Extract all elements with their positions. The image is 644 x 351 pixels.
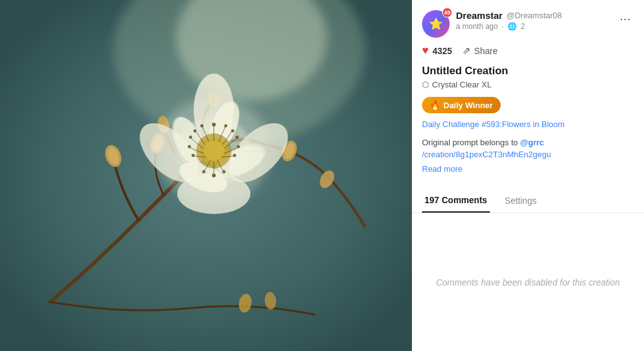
svg-point-54	[225, 125, 228, 128]
svg-point-60	[194, 130, 197, 133]
svg-point-56	[236, 136, 239, 139]
more-options-button[interactable]: ⋯	[616, 10, 634, 28]
action-bar: ♥ 4325 ⇗ Share	[412, 44, 644, 65]
meta-row: a month ago · 🌐 2	[456, 22, 610, 31]
tab-settings[interactable]: Settings	[502, 189, 540, 213]
like-count: 4325	[433, 46, 452, 56]
challenge-link[interactable]: Daily Challenge #593:Flowers in Bloom	[422, 120, 565, 129]
display-name: Dreamstar	[456, 10, 502, 21]
daily-winner-badge: 🔥 Daily Winner	[422, 97, 501, 113]
daily-winner-label: Daily Winner	[443, 101, 493, 110]
fire-icon: 🔥	[430, 100, 440, 110]
post-header: ⭐ 49 Dreamstar @Dreamstar08 a month ago …	[412, 0, 644, 44]
comments-disabled-message: Comments have been disabled for this cre…	[436, 277, 620, 287]
creation-title: Untitled Creation	[422, 65, 634, 77]
globe-icon: ·	[502, 22, 504, 31]
svg-point-66	[203, 170, 206, 174]
creation-path-link[interactable]: /creation/8g1pexC2T3nMhEn2gegu	[422, 150, 634, 159]
share-icon: ⇗	[462, 45, 470, 57]
heart-icon: ♥	[422, 44, 429, 57]
creation-info: Untitled Creation ⬡ Crystal Clear XL 🔥 D…	[412, 65, 644, 138]
svg-point-38	[204, 141, 224, 161]
svg-point-63	[192, 154, 195, 157]
world-icon: 🌐	[508, 22, 517, 31]
prompt-user-link[interactable]: @grrc	[520, 138, 544, 147]
prompt-prefix: Original prompt belongs to	[422, 138, 518, 147]
right-panel: ⭐ 49 Dreamstar @Dreamstar08 a month ago …	[412, 0, 644, 351]
model-row: ⬡ Crystal Clear XL	[422, 80, 634, 89]
avatar-wrapper: ⭐ 49	[422, 10, 450, 38]
svg-point-57	[237, 145, 240, 148]
notification-badge: 49	[442, 8, 452, 18]
svg-point-64	[212, 174, 216, 177]
follower-count: 2	[521, 22, 525, 31]
svg-point-58	[233, 154, 236, 157]
prompt-text: Original prompt belongs to @grrc	[422, 138, 634, 147]
image-panel	[0, 0, 412, 351]
read-more-button[interactable]: Read more	[422, 164, 462, 174]
comments-area: Comments have been disabled for this cre…	[412, 213, 644, 351]
user-info: Dreamstar @Dreamstar08 a month ago · 🌐 2	[456, 10, 610, 31]
share-button[interactable]: ⇗ Share	[462, 45, 497, 57]
svg-point-65	[223, 170, 226, 174]
model-icon: ⬡	[422, 80, 429, 89]
like-button[interactable]: ♥ 4325	[422, 44, 452, 57]
share-label: Share	[474, 46, 497, 56]
tab-comments[interactable]: 197 Comments	[422, 189, 490, 213]
svg-point-62	[188, 145, 191, 148]
user-handle: @Dreamstar08	[506, 11, 562, 20]
time-ago: a month ago	[456, 22, 498, 31]
username-row: Dreamstar @Dreamstar08	[456, 10, 610, 21]
prompt-section: Original prompt belongs to @grrc /creati…	[412, 138, 644, 184]
flower-image	[0, 0, 412, 351]
svg-point-55	[231, 130, 235, 133]
svg-point-59	[201, 125, 204, 128]
svg-point-61	[189, 136, 192, 139]
svg-point-53	[212, 123, 216, 126]
tabs: 197 Comments Settings	[412, 189, 644, 213]
model-name: Crystal Clear XL	[432, 80, 492, 89]
badges-row: 🔥 Daily Winner Daily Challenge #593:Flow…	[422, 97, 634, 129]
